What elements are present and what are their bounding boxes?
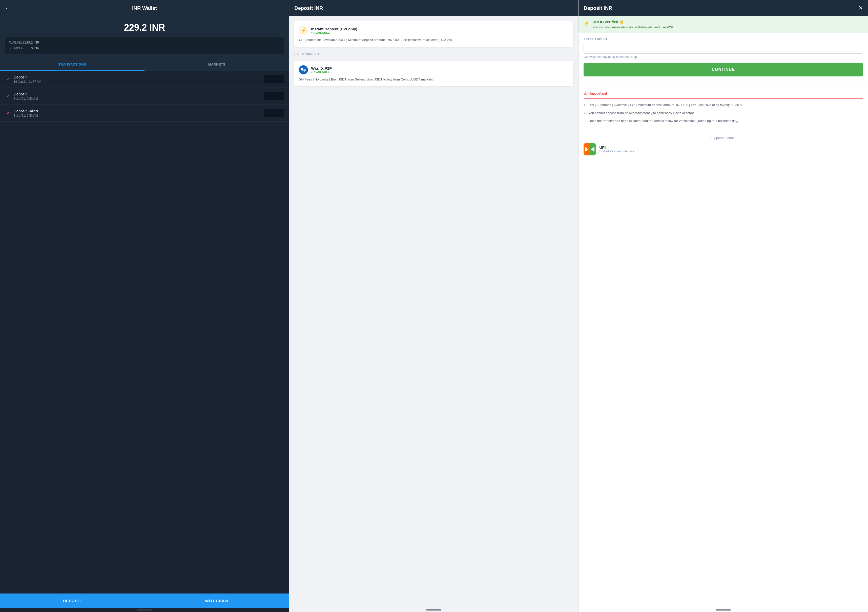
instant-deposit-title: Instant Deposit (UPI only) <box>311 27 357 31</box>
card-title-group: WazirX P2P ● AVAILABLE <box>311 66 332 73</box>
list-item: You cannot deposit from or withdraw mone… <box>584 111 863 116</box>
upi-verified-banner: ⚡ UPI ID verified 👋 You can now make dep… <box>578 16 868 33</box>
tab-transactions[interactable]: TRANSACTIONS <box>0 59 144 71</box>
p2p-icon <box>299 65 308 74</box>
table-row: ✓ Deposit 8 Jun'21, 9:50 AM <box>0 88 289 105</box>
balance-section: 229.2 INR AVAILABLE 229.2 INR IN ORDER 0… <box>0 16 289 59</box>
upi-flash-icon: ⚡ <box>584 20 590 26</box>
supported-modes-title: Supported Modes <box>584 136 863 140</box>
balance-amount: 229.2 INR <box>5 22 284 33</box>
failed-icon: ✕ <box>5 111 10 116</box>
important-icon: ⚠ <box>584 90 587 96</box>
instant-deposit-desc: UPI | Automatic | Available 24x7 | Minim… <box>299 37 569 42</box>
important-title: Important <box>590 91 607 95</box>
upi-verified-title: UPI ID verified 👋 <box>592 20 673 24</box>
upi-verified-text: UPI ID verified 👋 You can now make depos… <box>592 20 673 29</box>
success-icon: ✓ <box>5 94 10 99</box>
scrollbar-indicator <box>137 609 152 610</box>
deposit-selection-header: ← Deposit INR <box>289 0 578 16</box>
bottom-actions: DEPOSIT WITHDRAW <box>0 593 289 608</box>
wallet-panel: ← INR Wallet 229.2 INR AVAILABLE 229.2 I… <box>0 0 289 612</box>
header-left: ← Deposit INR <box>584 5 612 11</box>
transactions-list: ✓ Deposit 16 Jun'21, 11:57 AM ✓ Deposit … <box>0 71 289 593</box>
withdraw-button[interactable]: WITHDRAW <box>144 593 289 608</box>
tx-name: Deposit Failed <box>14 109 260 113</box>
svg-point-2 <box>304 69 306 71</box>
p2p-desc: 0% Fees | No Limits | Buy USDT from Sell… <box>299 77 569 82</box>
tab-markets[interactable]: MARKETS <box>144 59 289 71</box>
deposit-form-panel: ← Deposit INR ✕ ⚡ UPI ID verified 👋 You … <box>578 0 868 612</box>
list-item: Once the transfer has been initiated, ad… <box>584 118 863 124</box>
supported-modes-section: Supported Modes UPI Unified Payment Inte… <box>578 132 868 160</box>
tabs-bar: TRANSACTIONS MARKETS <box>0 59 289 71</box>
upi-mode-row: UPI Unified Payment Interface <box>584 143 863 155</box>
success-icon: ✓ <box>5 77 10 82</box>
wazirx-p2p-card[interactable]: WazirX P2P ● AVAILABLE 0% Fees | No Limi… <box>294 61 573 87</box>
important-section: ⚠ Important UPI | Automatic | Available … <box>578 87 868 132</box>
tx-date: 8 Jun'21, 9:50 AM <box>14 114 260 118</box>
in-order-label: IN ORDER <box>9 46 23 50</box>
close-button[interactable]: ✕ <box>859 5 863 11</box>
upi-verified-desc: You can now make deposits, withdrawals, … <box>592 25 673 29</box>
deposit-selection-title: Deposit INR <box>294 5 323 11</box>
upi-sub: Unified Payment Interface <box>599 150 634 153</box>
deposit-selection-panel: ← Deposit INR ⚡ Instant Deposit (UPI onl… <box>289 0 578 612</box>
wallet-title: INR Wallet <box>132 5 157 11</box>
important-header: ⚠ Important <box>584 87 863 99</box>
instant-deposit-card[interactable]: ⚡ Instant Deposit (UPI only) ● AVAILABLE… <box>294 21 573 47</box>
scrollbar-indicator <box>716 609 731 610</box>
enter-amount-label: ENTER AMOUNT <box>584 38 863 41</box>
upi-left-icon <box>584 143 590 155</box>
p2p-available: ● AVAILABLE <box>311 70 332 73</box>
deposit-form-back-button[interactable]: ← <box>5 5 11 11</box>
card-header: ⚡ Instant Deposit (UPI only) ● AVAILABLE <box>299 26 569 35</box>
continue-button[interactable]: CONTINUE <box>584 63 863 76</box>
instant-deposit-available: ● AVAILABLE <box>311 31 357 34</box>
available-label: AVAILABLE <box>9 41 25 44</box>
tx-info: Deposit Failed 8 Jun'21, 9:50 AM <box>14 109 260 118</box>
upi-name: UPI <box>599 145 634 150</box>
scrollbar-indicator <box>426 609 441 610</box>
p2p-title: WazirX P2P <box>311 66 332 70</box>
tx-amount <box>264 109 284 117</box>
deposit-form-title: Deposit INR <box>584 5 612 11</box>
upi-logo <box>584 143 596 155</box>
upi-info: UPI Unified Payment Interface <box>599 145 634 153</box>
important-list: UPI | Automatic | Available 24x7 | Minim… <box>584 102 863 124</box>
available-value: 229.2 INR <box>25 40 39 44</box>
deposit-form-content: ⚡ UPI ID verified 👋 You can now make dep… <box>578 16 868 608</box>
svg-marker-3 <box>585 147 588 152</box>
deposit-options-list: ⚡ Instant Deposit (UPI only) ● AVAILABLE… <box>289 16 578 608</box>
card-title-group: Instant Deposit (UPI only) ● AVAILABLE <box>311 27 357 34</box>
lightning-icon: ⚡ <box>299 26 308 35</box>
tx-name: Deposit <box>14 75 260 79</box>
svg-marker-4 <box>591 147 594 152</box>
upi-right-icon <box>590 143 596 155</box>
deposit-button[interactable]: DEPOSIT <box>0 593 144 608</box>
in-order-value: 0 INR <box>31 46 39 50</box>
tx-info: Deposit 8 Jun'21, 9:50 AM <box>14 92 260 101</box>
wallet-header: ← INR Wallet <box>0 0 289 16</box>
tx-amount <box>264 92 284 100</box>
tx-date: 8 Jun'21, 9:50 AM <box>14 97 260 101</box>
table-row: ✓ Deposit 16 Jun'21, 11:57 AM <box>0 71 289 88</box>
balance-details: AVAILABLE 229.2 INR IN ORDER 0 INR <box>5 37 284 54</box>
tx-name: Deposit <box>14 92 260 96</box>
table-row: ✕ Deposit Failed 8 Jun'21, 9:50 AM <box>0 105 289 122</box>
svg-point-0 <box>299 65 308 74</box>
tx-info: Deposit 16 Jun'21, 11:57 AM <box>14 75 260 84</box>
gateway-note: Gateway fee may apply in the next step. <box>584 55 863 59</box>
p2p-section-label: P2P TRANSFER <box>294 51 573 57</box>
amount-form-section: ENTER AMOUNT Gateway fee may apply in th… <box>578 33 868 87</box>
amount-input[interactable] <box>584 43 863 54</box>
list-item: UPI | Automatic | Available 24x7 | Minim… <box>584 102 863 108</box>
svg-point-1 <box>301 68 304 71</box>
tx-amount <box>264 75 284 83</box>
deposit-form-header: ← Deposit INR ✕ <box>578 0 868 16</box>
tx-date: 16 Jun'21, 11:57 AM <box>14 80 260 84</box>
card-header: WazirX P2P ● AVAILABLE <box>299 65 569 74</box>
